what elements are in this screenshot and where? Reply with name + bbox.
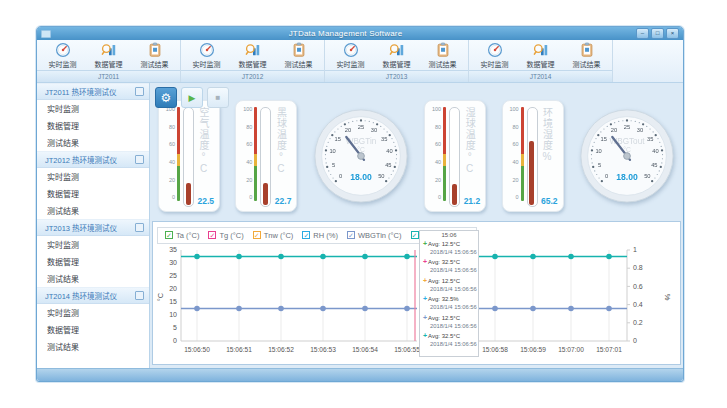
sidebar-item-jt2012-data-management[interactable]: 数据管理 (37, 185, 149, 202)
sidebar-group-header-jt2013[interactable]: JT2013 热环境测试仪 (37, 219, 149, 236)
toolbar-group-caption: JT2011 (37, 70, 180, 82)
mercury-column (186, 183, 191, 205)
tooltip-entry: +Avg: 12.5°C2018/1/4 15:06:56 (423, 314, 475, 330)
toolbar-button-data-management-jt2012[interactable]: 数据管理 (231, 42, 275, 70)
toolbar-button-realtime-monitor-jt2014[interactable]: 实时监测 (473, 42, 517, 70)
toolbar-button-test-results-jt2011[interactable]: 测试结果 (133, 42, 177, 70)
tooltip-entry: +Avg: 12.5°C2018/1/4 15:06:56 (423, 240, 475, 256)
sidebar-group-title: JT2012 热环境测试仪 (45, 154, 117, 165)
y-axis-tick-label: 30 (169, 259, 177, 266)
scale-tick-label: 40 (508, 160, 519, 166)
toolbar-button-realtime-monitor-jt2011[interactable]: 实时监测 (41, 42, 85, 70)
collapse-icon[interactable] (135, 87, 144, 96)
sidebar-item-jt2014-realtime-monitor[interactable]: 实时监测 (37, 304, 149, 321)
window-controls: –□× (636, 28, 679, 39)
toolbar-group-jt2014: 实时监测数据管理测试结果JT2014 (469, 40, 613, 82)
chart-tooltip: 15:06+Avg: 12.5°C2018/1/4 15:06:56+Avg: … (419, 230, 479, 357)
close-button[interactable]: × (666, 28, 679, 39)
instrument-ambient-humidity: 100806040200环境湿度%65.2 (502, 100, 564, 212)
legend-checkbox[interactable]: ✓ (347, 231, 355, 239)
start-button[interactable]: ▶ (181, 87, 203, 108)
y-axis-label: °C (156, 292, 165, 301)
toolbar-button-label: 数据管理 (383, 59, 411, 69)
scale-tick-label: 40 (430, 160, 441, 166)
toolbar-button-label: 实时监测 (481, 59, 509, 69)
toolbar-button-test-results-jt2014[interactable]: 测试结果 (565, 42, 609, 70)
gauge-tick-label: 25 (624, 124, 630, 130)
x-axis-tick-label: 15:06:54 (352, 346, 378, 353)
tooltip-avg-value: Avg: 32.5°C (428, 259, 460, 265)
legend-checkbox[interactable]: ✓ (208, 231, 216, 239)
sidebar-group-header-jt2012[interactable]: JT2012 热环境测试仪 (37, 151, 149, 168)
sidebar-item-jt2011-data-management[interactable]: 数据管理 (37, 117, 149, 134)
tooltip-entry: +Avg: 32.5°C2018/1/4 15:06:56 (423, 332, 475, 348)
instrument-black-globe-temperature: 100806040200黑球温度°C22.7 (235, 100, 297, 212)
toolbar-button-label: 测试结果 (141, 59, 169, 69)
instrument-label: 湿球温度°C (464, 107, 474, 205)
legend-label: Tg (°C) (219, 231, 243, 240)
scale-tick-label: 40 (164, 160, 175, 166)
toolbar-button-data-management-jt2014[interactable]: 数据管理 (519, 42, 563, 70)
scale-tick-label: 60 (164, 142, 175, 148)
titlebar[interactable]: JTData Management Software –□× (37, 27, 683, 40)
data-point (320, 305, 326, 311)
toolbar-group-jt2011: 实时监测数据管理测试结果JT2011 (37, 40, 181, 82)
data-point (492, 253, 498, 259)
instrument-wbgt-out: 05101520253035404550WBGTout°C18.00 (579, 108, 675, 204)
collapse-icon[interactable] (135, 155, 144, 164)
data-point (362, 253, 368, 259)
y-axis-tick-label: 25 (169, 272, 177, 279)
toolbar-button-data-management-jt2011[interactable]: 数据管理 (87, 42, 131, 70)
tooltip-timestamp: 2018/1/4 15:06:56 (423, 323, 475, 330)
monitor-controls: ⚙▶■ (155, 87, 229, 108)
y-axis-tick-label: 35 (169, 246, 177, 253)
sidebar-item-jt2012-realtime-monitor[interactable]: 实时监测 (37, 168, 149, 185)
sidebar-item-jt2013-data-management[interactable]: 数据管理 (37, 253, 149, 270)
sidebar-item-jt2011-test-results[interactable]: 测试结果 (37, 134, 149, 151)
collapse-icon[interactable] (135, 223, 144, 232)
tooltip-header: 15:06 (423, 232, 475, 238)
main-area: JT2011 热环境测试仪实时监测数据管理测试结果JT2012 热环境测试仪实时… (37, 83, 683, 368)
thermometer-tube (449, 107, 460, 207)
settings-button[interactable]: ⚙ (155, 87, 177, 108)
toolbar-button-realtime-monitor-jt2013[interactable]: 实时监测 (329, 42, 373, 70)
x-axis-tick-label: 15:06:51 (226, 346, 252, 353)
sidebar-item-jt2014-test-results[interactable]: 测试结果 (37, 338, 149, 355)
x-axis-tick-label: 15:06:59 (520, 346, 546, 353)
start-icon: ▶ (189, 93, 196, 103)
maximize-button[interactable]: □ (651, 28, 664, 39)
legend-checkbox[interactable]: ✓ (302, 231, 310, 239)
right-axis-tick-label: 0 (633, 337, 637, 344)
gauge-value: 18.00 (616, 172, 638, 182)
toolbar-button-realtime-monitor-jt2012[interactable]: 实时监测 (185, 42, 229, 70)
sidebar-group-header-jt2011[interactable]: JT2011 热环境测试仪 (37, 83, 149, 100)
legend-checkbox[interactable]: ✓ (165, 231, 173, 239)
right-axis-tick-label: 0.2 (633, 319, 643, 326)
sidebar-group-header-jt2014[interactable]: JT2014 热环境测试仪 (37, 287, 149, 304)
stop-button[interactable]: ■ (207, 87, 229, 108)
toolbar-button-test-results-jt2012[interactable]: 测试结果 (277, 42, 321, 70)
minimize-button[interactable]: – (636, 28, 649, 39)
app-window: JTData Management Software –□× 实时监测数据管理测… (36, 26, 684, 382)
toolbar-button-label: 数据管理 (527, 59, 555, 69)
sidebar-item-jt2013-realtime-monitor[interactable]: 实时监测 (37, 236, 149, 253)
legend-checkbox[interactable]: ✓ (253, 231, 261, 239)
instrument-air-temperature: 100806040200空气温度°C22.5 (158, 100, 220, 212)
zone-mid (521, 154, 524, 166)
toolbar-button-test-results-jt2013[interactable]: 测试结果 (421, 42, 465, 70)
thermometer-scale: 100806040200 (508, 107, 519, 201)
sidebar-item-jt2012-test-results[interactable]: 测试结果 (37, 202, 149, 219)
sidebar-item-jt2011-realtime-monitor[interactable]: 实时监测 (37, 100, 149, 117)
instrument-label: 环境湿度% (542, 107, 552, 205)
toolbar-button-data-management-jt2013[interactable]: 数据管理 (375, 42, 419, 70)
sidebar-item-jt2013-test-results[interactable]: 测试结果 (37, 270, 149, 287)
toolbar-group-jt2012: 实时监测数据管理测试结果JT2012 (181, 40, 325, 82)
sidebar-item-jt2014-data-management[interactable]: 数据管理 (37, 321, 149, 338)
collapse-icon[interactable] (135, 291, 144, 300)
right-axis-tick-label: 0.6 (633, 282, 643, 289)
legend-checkbox[interactable]: ✓ (411, 231, 419, 239)
gauge-tick-label: 15 (600, 136, 606, 142)
gauge-tick-label: 40 (652, 148, 658, 154)
thermometer-tube (527, 107, 538, 207)
data-management-icon (245, 42, 261, 58)
